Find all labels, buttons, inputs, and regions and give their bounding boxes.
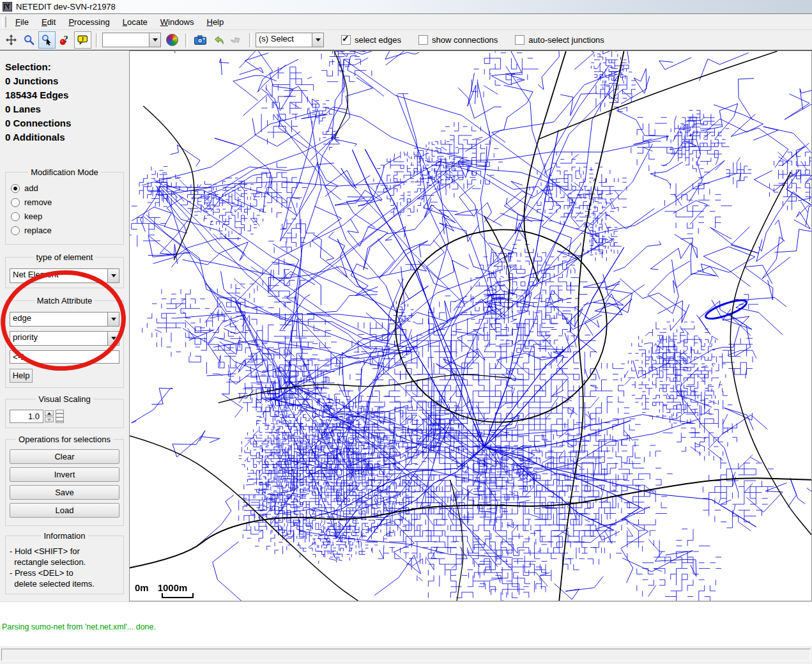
toolbar-separator [185,33,188,47]
match-tag-combo[interactable]: edge [10,312,119,327]
match-attribute-title: Match Attribute [34,296,95,305]
information-group: Information - Hold <SHIFT> for rectangle… [5,531,124,594]
info-line: - Hold <SHIFT> for [10,546,119,557]
scale-start-label: 0m [135,583,149,592]
clear-button[interactable]: Clear [10,449,119,464]
show-connections-checkbox[interactable]: show connections [418,35,498,45]
spin-down-button[interactable] [45,417,54,422]
menu-bar: File Edit Processing Locate Windows Help [0,14,812,30]
selection-frame: Selection: 0 Junctions 185434 Edges 0 La… [0,50,129,601]
window-title: NETEDIT dev-SVN-r21978 [16,2,116,12]
radio-label: remove [24,197,52,207]
supermode-combo-value: (s) Select [256,33,312,47]
help-button[interactable]: Help [10,369,33,383]
checkbox-label: select edges [355,35,401,45]
message-log-icon[interactable]: ! [74,31,91,49]
edit-mode-combo[interactable] [102,33,161,47]
tool-bar: ? ! (s) Select select edges [0,30,812,50]
map-scale: 0m1000m [135,583,194,598]
status-field [1,649,811,661]
chevron-down-icon[interactable] [107,332,119,345]
log-messages: Parsing sumo-net from 'net.net.xml'... d… [0,601,812,646]
selection-count: 0 Additionals [5,130,129,144]
checkbox-label: show connections [432,35,498,45]
checkbox-icon [515,35,525,45]
scale-bracket [162,593,194,598]
color-wheel-icon[interactable] [164,31,181,49]
visual-scaling-group: Visual Scaling 1.0 [5,394,124,428]
modification-mode-group: Modification Mode add remove keep replac… [5,167,124,245]
zoom-icon[interactable] [20,31,38,49]
chevron-down-icon[interactable] [149,33,160,47]
supermode-combo[interactable]: (s) Select [256,33,324,47]
match-tag-value: edge [10,313,107,326]
netedit-window: NETEDIT dev-SVN-r21978 File Edit Process… [0,0,812,664]
match-attribute-value: priority [10,332,107,345]
menu-file[interactable]: File [9,15,35,29]
select-edges-checkbox[interactable]: select edges [341,35,401,45]
title-bar: NETEDIT dev-SVN-r21978 [0,0,812,14]
type-of-element-group: type of element Net Element [5,252,124,288]
radio-remove[interactable]: remove [11,197,118,207]
radio-keep[interactable]: keep [11,212,118,221]
element-type-value: Net Element [10,269,107,282]
log-line: Parsing sumo-net from 'net.net.xml'... d… [2,622,812,632]
menu-edit[interactable]: Edit [35,15,62,29]
network-view[interactable]: 0m1000m [129,50,812,601]
radio-add[interactable]: add [11,183,118,193]
chevron-down-icon[interactable] [107,269,119,282]
edit-mode-combo-value [103,33,149,47]
operations-title: Operations for selections [16,435,113,444]
checkbox-label: auto-select junctions [528,35,604,45]
menu-locate[interactable]: Locate [116,15,154,29]
help-icon[interactable]: ? [56,31,73,49]
radio-icon [11,198,20,207]
match-attribute-group: Match Attribute edge priority <-1 Help [5,296,124,388]
toolbar-separator [96,33,98,47]
scaling-dial[interactable] [56,410,64,423]
main-area: Selection: 0 Junctions 185434 Edges 0 La… [0,50,812,601]
zoom-selection-icon[interactable] [38,31,56,49]
radio-replace[interactable]: replace [11,226,118,235]
undo-arrow-icon[interactable] [210,31,227,49]
radio-icon [11,226,20,235]
visual-scaling-input[interactable]: 1.0 [10,410,43,423]
chevron-down-icon[interactable] [312,33,323,47]
selection-count: 0 Junctions [5,74,129,88]
selection-count: 0 Lanes [5,102,129,116]
invert-button[interactable]: Invert [10,467,119,482]
info-line: - Press <DEL> to [10,567,119,578]
type-of-element-title: type of element [34,252,96,262]
radio-label: add [24,183,38,193]
status-bar [0,646,812,664]
radio-icon [11,184,20,193]
selection-heading: Selection: [5,60,129,74]
menu-windows[interactable]: Windows [154,15,201,29]
snapshot-camera-icon[interactable] [192,31,209,49]
menubar-grip[interactable] [2,17,6,27]
selection-count: 185434 Edges [5,88,129,102]
menu-help[interactable]: Help [200,15,230,29]
operations-group: Operations for selections Clear Invert S… [5,435,124,526]
chevron-down-icon[interactable] [107,313,119,326]
menu-processing[interactable]: Processing [62,15,116,29]
element-type-combo[interactable]: Net Element [10,268,119,283]
network-canvas[interactable] [130,51,811,601]
recenter-view-icon[interactable] [3,31,20,49]
auto-select-junctions-checkbox[interactable]: auto-select junctions [515,35,604,45]
radio-label: replace [24,226,52,235]
checkbox-icon [341,35,351,45]
save-button[interactable]: Save [10,485,119,500]
spin-up-button[interactable] [45,410,54,416]
radio-label: keep [24,212,42,221]
modification-mode-title: Modification Mode [28,167,101,177]
load-button[interactable]: Load [10,503,119,518]
scale-end-label: 1000m [158,583,188,592]
match-attribute-combo[interactable]: priority [10,331,119,346]
svg-text:!: ! [82,35,84,42]
app-icon [3,2,12,12]
info-line: rectangle selection. [10,557,119,567]
match-expression-input[interactable]: <-1 [10,350,119,364]
selection-count: 0 Connections [5,116,129,130]
checkbox-icon [418,35,428,45]
